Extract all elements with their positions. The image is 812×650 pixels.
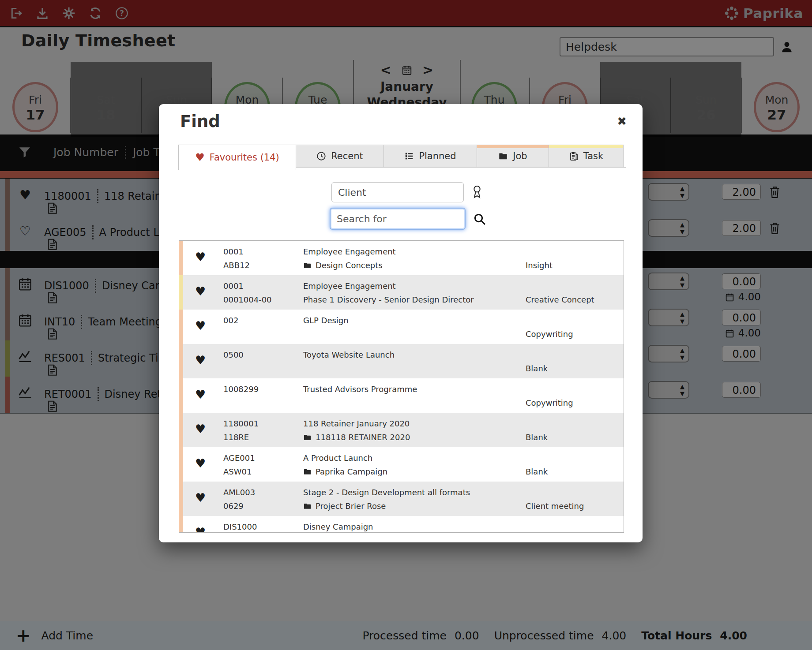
folder-icon: [303, 502, 312, 510]
tab-recent[interactable]: Recent: [296, 145, 384, 167]
job-number: 0001: [223, 281, 244, 291]
job-number: AGE001: [223, 453, 255, 463]
favourite-row[interactable]: ♥ AGE001ASW01 A Product Launch Paprika C…: [179, 447, 624, 482]
task-name: Copywriting: [526, 398, 573, 407]
heart-icon[interactable]: ♥: [195, 388, 206, 401]
job-title: Employee Engagement: [303, 247, 396, 256]
job-title: Toyota Website Launch: [303, 350, 395, 359]
favourite-row[interactable]: ♥ 1180001118RE 118 Retainer January 2020…: [179, 413, 624, 447]
folder-icon: [303, 261, 312, 269]
heart-icon[interactable]: ♥: [195, 285, 206, 298]
job-title: Stage 2 - Design Development all formats: [303, 488, 470, 497]
job-title: A Product Launch: [303, 453, 372, 463]
job-title: Employee Engagement: [303, 281, 396, 291]
favourite-row[interactable]: ♥ 00010001004-00 Employee Engagement Pha…: [179, 275, 624, 310]
task-name: Creative Concept: [526, 295, 594, 304]
job-number: 002: [223, 316, 238, 325]
list-icon: [404, 151, 414, 161]
tab-job[interactable]: Job: [477, 145, 549, 167]
tab-planned[interactable]: Planned: [383, 145, 477, 167]
clock-icon: [316, 151, 326, 161]
heart-icon: ♥: [195, 152, 205, 163]
sub-title: Design Concepts: [316, 261, 383, 270]
folder-icon: [498, 151, 508, 161]
heart-icon[interactable]: ♥: [195, 354, 206, 367]
job-number: 0001: [223, 247, 244, 256]
favourites-list: ♥ 0001ABB12 Employee Engagement Design C…: [179, 240, 624, 533]
close-icon[interactable]: ✖: [617, 116, 627, 127]
row-color-strip: [179, 447, 183, 482]
task-name: Blank: [526, 467, 548, 476]
search-icon[interactable]: [473, 213, 486, 226]
favourite-row[interactable]: ♥ 1008299 Trusted Advisors Programme Cop…: [179, 378, 624, 413]
favourite-row-partial[interactable]: ♥ DIS1000 Disney Campaign: [179, 516, 624, 533]
tab-task[interactable]: Task: [549, 145, 624, 167]
search-input[interactable]: [330, 208, 466, 230]
row-color-strip: [179, 344, 183, 378]
job-title: GLP Design: [303, 316, 349, 325]
row-color-strip: [179, 516, 183, 533]
task-name: Copywriting: [526, 329, 573, 339]
folder-icon: [303, 467, 312, 476]
row-color-strip: [179, 482, 183, 516]
task-name: Blank: [526, 433, 548, 442]
favourite-row[interactable]: ♥ AML0030629 Stage 2 - Design Developmen…: [179, 482, 624, 516]
favourite-row[interactable]: ♥ 0001ABB12 Employee Engagement Design C…: [179, 241, 624, 275]
heart-icon[interactable]: ♥: [195, 491, 206, 504]
row-color-strip: [179, 275, 183, 310]
sub-title: 118118 RETAINER 2020: [316, 433, 410, 442]
job-number: 1008299: [223, 385, 259, 394]
favourite-row[interactable]: ♥ 0500 Toyota Website Launch Blank: [179, 344, 624, 378]
client-input[interactable]: [331, 182, 464, 202]
heart-icon[interactable]: ♥: [195, 319, 206, 332]
heart-icon[interactable]: ♥: [195, 457, 206, 470]
clipboard-icon: [569, 151, 579, 161]
heart-icon[interactable]: ♥: [195, 250, 206, 264]
job-number: AML003: [223, 488, 255, 497]
task-name: Insight: [526, 261, 553, 270]
task-code: 118RE: [223, 433, 249, 442]
row-color-strip: [179, 310, 183, 344]
job-number: DIS1000: [223, 522, 257, 531]
favourite-row[interactable]: ♥ 002 GLP Design Copywriting: [179, 310, 624, 344]
app-screen: ? Paprika Daily Timesheet Fri: [0, 0, 812, 650]
job-number: 0500: [223, 350, 244, 359]
find-modal: Find ✖ ♥ Favourites (14) Recent Planned …: [159, 104, 643, 542]
task-code: 0629: [223, 501, 244, 511]
task-code: ASW01: [223, 467, 252, 476]
task-code: 0001004-00: [223, 295, 272, 304]
row-color-strip: [179, 378, 183, 413]
job-number: 1180001: [223, 419, 259, 428]
sub-title: Project Brier Rose: [316, 501, 386, 511]
sub-title: Paprika Campaign: [316, 467, 387, 476]
job-tab-accent: [477, 145, 549, 148]
task-name: Client meeting: [526, 501, 584, 511]
row-color-strip: [179, 413, 183, 447]
tab-favourites[interactable]: ♥ Favourites (14): [178, 145, 296, 170]
find-tabs: ♥ Favourites (14) Recent Planned Job Tas…: [179, 145, 624, 170]
sub-title: Phase 1 Discovery - Senior Design Direct…: [303, 295, 474, 304]
heart-icon[interactable]: ♥: [195, 422, 206, 436]
job-title: Trusted Advisors Programme: [303, 385, 417, 394]
job-title: 118 Retainer January 2020: [303, 419, 410, 428]
modal-title: Find: [180, 112, 220, 131]
task-code: ABB12: [223, 261, 250, 270]
heart-icon[interactable]: ♥: [195, 526, 206, 533]
task-tab-accent: [549, 145, 623, 148]
job-title: Disney Campaign: [303, 522, 373, 531]
task-name: Blank: [526, 364, 548, 373]
row-color-strip: [179, 241, 183, 275]
folder-icon: [303, 433, 312, 441]
award-ribbon-icon[interactable]: [471, 185, 483, 199]
